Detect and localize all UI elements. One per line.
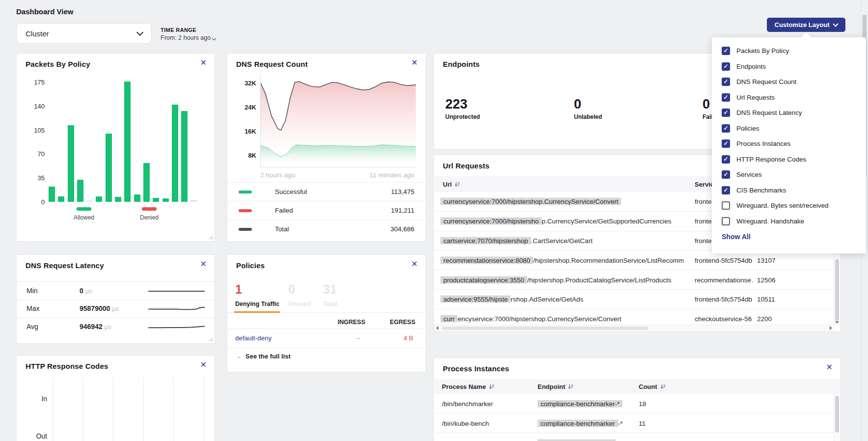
url-request-row[interactable]: productcatalogservice:3550/hipstershop.P… <box>434 270 834 290</box>
latency-row-avg: Avg946942µs <box>17 317 215 335</box>
policies-tab-total[interactable]: 31Total <box>323 282 337 307</box>
menu-item-label: DNS Request Count <box>736 78 796 85</box>
url-request-row[interactable]: recommendationservice:8080/hipstershop.R… <box>434 250 834 270</box>
menu-item-wireguard-handshake[interactable]: Wireguard. Handshake <box>712 214 866 229</box>
scrollbar-thumb[interactable] <box>442 327 648 330</box>
url-column-header[interactable]: Url <box>443 181 460 188</box>
resize-handle[interactable] <box>209 235 213 240</box>
count-cell: 2200 <box>757 315 772 323</box>
checkbox-checked-icon[interactable]: ✓ <box>722 124 730 133</box>
legend-value: 304,686 <box>390 225 414 233</box>
stat-label: Unprotected <box>445 113 480 120</box>
process-row[interactable]: benchmarkercompliance-benchmarker-*9 <box>434 433 834 441</box>
policies-tab-denying-traffic[interactable]: 1Denying Traffic <box>235 282 279 307</box>
endpoint-rest: r-* <box>616 439 623 441</box>
show-all-link[interactable]: Show All <box>712 229 866 241</box>
policy-link[interactable]: default-deny <box>235 334 271 342</box>
menu-item-services[interactable]: ✓Services <box>712 167 866 183</box>
process-name-cell: /bin/kube-bench <box>442 419 533 427</box>
menu-item-dns-request-count[interactable]: ✓DNS Request Count <box>712 74 866 90</box>
url-cell: currencyservice:7000/hipstershop.Currenc… <box>440 198 687 205</box>
process-row[interactable]: /bin/kube-benchcompliance-benchmarker-*1… <box>434 413 834 433</box>
arrow-right-icon: → <box>235 353 242 360</box>
card-title: Endpoints <box>443 60 480 68</box>
menu-item-http-response-codes[interactable]: ✓HTTP Response Codes <box>712 152 866 167</box>
process-table-rows: /bin/benchmarkercompliance-benchmarker-*… <box>434 394 834 441</box>
menu-item-label: Wireguard. Handshake <box>736 218 804 225</box>
sparkline <box>148 303 205 313</box>
url-rest: /hipstershop.RecommendationService/ListR… <box>533 256 684 264</box>
checkbox-checked-icon[interactable]: ✓ <box>722 155 730 164</box>
close-icon[interactable]: ✕ <box>200 59 207 67</box>
url-request-row[interactable]: adservice:9555/hipstershop.AdService/Get… <box>434 290 834 309</box>
stat-label: Unlabeled <box>574 113 602 120</box>
customize-layout-button[interactable]: Customize Layout <box>767 18 845 32</box>
legend-item-allowed: Allowed <box>67 207 101 221</box>
menu-item-dns-request-latency[interactable]: ✓DNS Request Latency <box>712 105 866 121</box>
checkbox-checked-icon[interactable]: ✓ <box>722 93 730 102</box>
checkbox-checked-icon[interactable]: ✓ <box>722 139 730 148</box>
packets-by-policy-card: Packets By Policy ✕ 03570105140175 Allow… <box>16 53 215 242</box>
checkbox-checked-icon[interactable]: ✓ <box>722 78 730 86</box>
view-selector[interactable]: Cluster <box>16 23 152 44</box>
close-icon[interactable]: ✕ <box>200 260 207 268</box>
menu-item-label: Packets By Policy <box>736 47 789 55</box>
stat-value: 0 <box>574 97 602 112</box>
scroll-down-icon[interactable] <box>835 321 839 324</box>
checkbox-checked-icon[interactable]: ✓ <box>722 62 730 71</box>
close-icon[interactable]: ✕ <box>200 361 207 369</box>
menu-item-url-requests[interactable]: ✓Url Requests <box>712 90 866 106</box>
customize-layout-menu: ✓Packets By Policy✓Endpoints✓DNS Request… <box>712 37 866 253</box>
scroll-right-icon[interactable] <box>830 326 832 330</box>
latency-unit: µs <box>112 305 119 312</box>
checkbox-unchecked-icon[interactable] <box>722 201 730 210</box>
bar-allowed <box>106 134 112 202</box>
menu-item-process-instances[interactable]: ✓Process Instances <box>712 136 866 152</box>
see-full-list-link[interactable]: → See the full list <box>235 353 291 360</box>
menu-item-packets-by-policy[interactable]: ✓Packets By Policy <box>712 43 866 59</box>
url-cell: currencyservice:7000/hipstershop.Currenc… <box>440 315 687 323</box>
close-icon[interactable]: ✕ <box>411 59 418 67</box>
packets-bars <box>49 81 197 202</box>
time-range-from[interactable]: From: 2 hours ago <box>161 34 216 41</box>
menu-item-endpoints[interactable]: ✓Endpoints <box>712 59 866 75</box>
legend-swatch <box>142 207 157 211</box>
legend-label: Total <box>275 225 289 233</box>
scrollbar-thumb[interactable] <box>835 259 839 321</box>
endpoint-stat-unlabeled: 0Unlabeled <box>574 97 602 120</box>
endpoint-cell: compliance-benchmarker-* <box>538 400 633 407</box>
menu-item-wireguard-bytes-sent-received[interactable]: Wireguard. Bytes sent/received <box>712 198 866 214</box>
sort-icon <box>568 384 573 389</box>
checkbox-checked-icon[interactable]: ✓ <box>722 47 730 55</box>
endpoint-highlight: compliance-benchmarke <box>538 439 616 441</box>
endpoint-highlight: compliance-benchmarker-* <box>538 400 623 407</box>
close-icon[interactable]: ✕ <box>411 260 418 268</box>
active-tab-underline <box>234 311 280 313</box>
process-name-column-header[interactable]: Process Name <box>442 383 494 390</box>
count-cell: 10511 <box>757 296 775 303</box>
card-title: Packets By Policy <box>26 60 90 68</box>
menu-item-policies[interactable]: ✓Policies <box>712 121 866 137</box>
horizontal-scrollbar[interactable] <box>434 325 834 331</box>
resize-handle[interactable] <box>209 337 213 342</box>
process-name-cell: benchmarker <box>442 439 533 441</box>
close-icon[interactable]: ✕ <box>826 363 833 371</box>
policies-tab-unused[interactable]: 0Unused <box>288 282 311 307</box>
process-row[interactable]: /bin/benchmarkercompliance-benchmarker-*… <box>434 394 834 413</box>
service-cell: frontend-5fc5754db… <box>695 296 753 303</box>
endpoint-cell: compliance-benchmarker-* <box>538 419 633 427</box>
count-column-header[interactable]: Count <box>639 383 666 390</box>
checkbox-unchecked-icon[interactable] <box>722 217 730 225</box>
scrollbar-thumb[interactable] <box>835 396 839 433</box>
process-name-cell: /bin/benchmarker <box>442 400 533 407</box>
checkbox-checked-icon[interactable]: ✓ <box>722 109 730 117</box>
menu-item-cis-benchmarks[interactable]: ✓CIS Benchmarks <box>712 183 866 198</box>
vertical-scrollbar[interactable] <box>834 394 841 441</box>
scroll-left-icon[interactable] <box>436 326 438 330</box>
checkbox-checked-icon[interactable]: ✓ <box>722 170 730 179</box>
checkbox-checked-icon[interactable]: ✓ <box>722 186 730 194</box>
bar-allowed <box>143 163 150 202</box>
url-rest: rshop.AdService/GetAds <box>511 296 583 303</box>
card-title: Url Requests <box>443 162 489 170</box>
endpoint-column-header[interactable]: Endpoint <box>538 383 573 390</box>
